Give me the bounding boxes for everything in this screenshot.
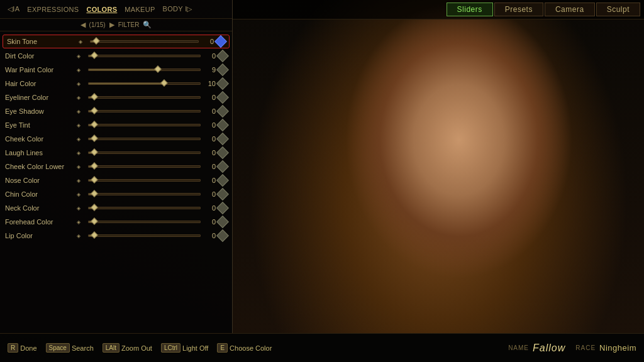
color-diamond[interactable] — [216, 160, 229, 173]
color-diamond[interactable] — [216, 77, 229, 90]
slider-value: 0 — [203, 232, 216, 239]
slider-row-eye-tint[interactable]: Eye Tint ◈ 0 — [0, 118, 232, 132]
color-diamond[interactable] — [216, 50, 229, 62]
slider-icon: ◈ — [77, 206, 86, 211]
slider-track[interactable] — [88, 124, 201, 126]
slider-track[interactable] — [88, 151, 201, 154]
slider-label: Skin Tone — [7, 38, 76, 45]
key-lalt: LAlt — [103, 344, 119, 351]
tab-sculpt[interactable]: Sculpt — [596, 3, 640, 16]
cat-tab-body[interactable]: BODY I▷ — [160, 4, 195, 14]
slider-value: 0 — [201, 38, 214, 45]
slider-value: 0 — [203, 190, 216, 198]
slider-track[interactable] — [88, 207, 201, 209]
tab-presets[interactable]: Presets — [494, 3, 543, 16]
slider-value: 0 — [203, 107, 216, 115]
action-search: Search — [72, 344, 94, 352]
slider-label: Eyeliner Color — [5, 94, 74, 101]
character-portrait — [233, 0, 644, 333]
slider-icon: ◈ — [77, 123, 86, 128]
left-panel: ◁IA EXPRESSIONS COLORS MAKEUP BODY I▷ ◀ … — [0, 0, 233, 333]
slider-value: 0 — [203, 177, 216, 184]
slider-track[interactable] — [88, 179, 201, 182]
color-diamond[interactable] — [216, 105, 229, 118]
cat-tab-expressions[interactable]: EXPRESSIONS — [25, 4, 81, 14]
slider-track[interactable] — [88, 96, 201, 99]
color-diamond[interactable] — [216, 133, 229, 145]
slider-row-hair-color[interactable]: Hair Color ◈ 10 — [0, 77, 232, 90]
filter-icon[interactable]: 🔍 — [143, 21, 152, 29]
slider-track[interactable] — [88, 221, 201, 223]
slider-row-eye-shadow[interactable]: Eye Shadow ◈ 0 — [0, 104, 232, 118]
slider-track[interactable] — [88, 82, 201, 85]
color-diamond[interactable] — [216, 216, 229, 228]
slider-label: Cheek Color — [5, 135, 74, 143]
slider-icon: ◈ — [77, 178, 86, 184]
slider-label: Eye Shadow — [5, 107, 74, 115]
slider-track[interactable] — [88, 165, 201, 168]
color-diamond[interactable] — [216, 119, 229, 131]
slider-row-lip-color[interactable]: Lip Color ◈ 0 — [0, 229, 232, 243]
character-race: Ningheim — [599, 343, 636, 353]
slider-label: Eye Tint — [5, 121, 74, 129]
top-navigation: Sliders Presets Camera Sculpt — [233, 0, 644, 19]
slider-icon: ◈ — [77, 67, 86, 73]
slider-label: Cheek Color Lower — [5, 163, 74, 170]
slider-row-cheek-color[interactable]: Cheek Color ◈ 0 — [0, 132, 232, 146]
slider-icon: ◈ — [77, 150, 86, 156]
status-right: NAME Fallow RACE Ningheim — [508, 343, 636, 354]
color-diamond[interactable] — [214, 35, 227, 48]
action-light-off: Light Off — [182, 344, 208, 352]
slider-row-nose-color[interactable]: Nose Color ◈ 0 — [0, 173, 232, 187]
slider-row-chin-color[interactable]: Chin Color ◈ 0 — [0, 187, 232, 201]
cat-tab-colors[interactable]: COLORS — [84, 4, 119, 14]
slider-icon: ◈ — [77, 136, 86, 142]
slider-label: Neck Color — [5, 204, 74, 212]
slider-label: War Paint Color — [5, 66, 74, 74]
slider-track[interactable] — [88, 110, 201, 112]
slider-row-eyeliner-color[interactable]: Eyeliner Color ◈ 0 — [0, 90, 232, 104]
next-arrow[interactable]: ▶ — [109, 21, 114, 29]
slider-icon: ◈ — [77, 233, 86, 239]
color-diamond[interactable] — [216, 229, 229, 242]
key-space: Space — [46, 344, 70, 351]
tab-camera[interactable]: Camera — [545, 3, 595, 16]
sliders-list: Skin Tone ◈ 0 Dirt Color ◈ 0 War Paint C… — [0, 31, 232, 314]
key-r: R — [8, 344, 18, 351]
prev-arrow[interactable]: ◀ — [80, 21, 86, 29]
slider-label: Laugh Lines — [5, 149, 74, 156]
color-diamond[interactable] — [216, 146, 229, 159]
slider-value: 0 — [203, 121, 216, 129]
slider-track[interactable] — [88, 193, 201, 195]
slider-row-forehead-color[interactable]: Forehead Color ◈ 0 — [0, 215, 232, 229]
slider-track[interactable] — [88, 138, 201, 140]
slider-icon: ◈ — [77, 81, 86, 87]
slider-row-skin-tone[interactable]: Skin Tone ◈ 0 — [3, 35, 230, 48]
color-diamond[interactable] — [216, 174, 229, 187]
color-diamond[interactable] — [216, 188, 229, 200]
race-group: RACE Ningheim — [575, 343, 636, 353]
color-diamond[interactable] — [216, 63, 229, 76]
action-done: Done — [20, 344, 36, 352]
slider-icon: ◈ — [77, 53, 86, 59]
slider-track[interactable] — [88, 55, 201, 57]
slider-row-war-paint-color[interactable]: War Paint Color ◈ 9 — [0, 63, 232, 77]
color-diamond[interactable] — [216, 91, 229, 104]
slider-value: 9 — [203, 66, 216, 74]
slider-label: Forehead Color — [5, 218, 74, 226]
slider-value: 0 — [203, 52, 216, 60]
slider-value: 0 — [203, 135, 216, 143]
slider-value: 0 — [203, 204, 216, 212]
slider-row-dirt-color[interactable]: Dirt Color ◈ 0 — [0, 49, 232, 63]
slider-row-cheek-color-lower[interactable]: Cheek Color Lower ◈ 0 — [0, 160, 232, 173]
color-diamond[interactable] — [216, 202, 229, 214]
slider-track[interactable] — [88, 69, 201, 71]
cat-tab-makeup[interactable]: MAKEUP — [122, 4, 157, 14]
slider-icon: ◈ — [77, 164, 86, 170]
slider-track[interactable] — [88, 234, 201, 237]
slider-row-laugh-lines[interactable]: Laugh Lines ◈ 0 — [0, 146, 232, 160]
slider-track[interactable] — [90, 40, 199, 43]
tab-sliders[interactable]: Sliders — [447, 3, 493, 16]
slider-row-neck-color[interactable]: Neck Color ◈ 0 — [0, 201, 232, 215]
cat-tab-ia[interactable]: ◁IA — [5, 4, 22, 14]
